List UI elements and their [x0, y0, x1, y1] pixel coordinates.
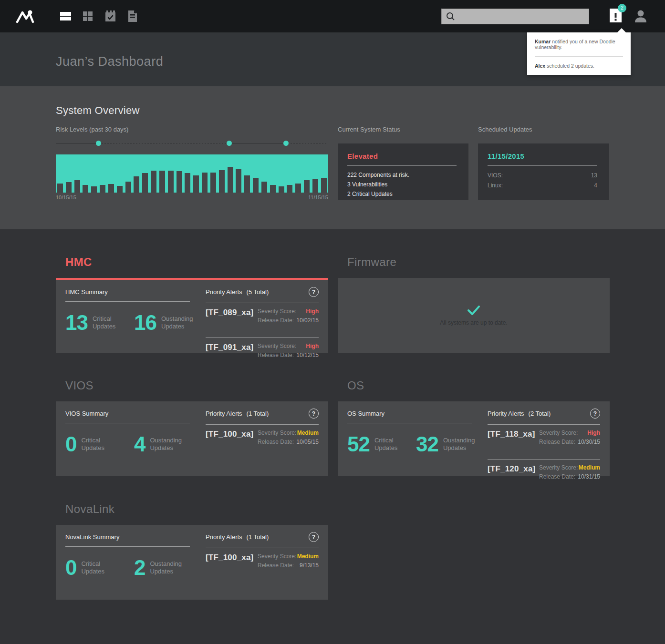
scheduled-updates-label: Scheduled Updates	[478, 126, 609, 133]
priority-alerts-title: Priority Alerts	[206, 533, 242, 541]
risk-bars-chart	[56, 154, 328, 193]
scheduled-row: Linux: 4	[488, 182, 597, 189]
risk-bar	[253, 178, 259, 193]
risk-bar	[210, 173, 216, 193]
risk-bar	[228, 167, 233, 193]
divider	[65, 301, 190, 302]
document-icon[interactable]	[126, 10, 139, 23]
timeline-marker-dot[interactable]	[96, 141, 101, 146]
novalink-summary-title: NovaLink Summary	[65, 533, 190, 541]
priority-alerts-total: (2 Total)	[529, 410, 551, 417]
help-icon[interactable]: ?	[309, 409, 319, 419]
risk-bar	[159, 171, 165, 193]
severity-value: High	[587, 429, 600, 436]
severity-value: High	[306, 308, 319, 315]
status-line: 222 Components at risk.	[347, 172, 457, 178]
chart-end-date: 11/15/15	[308, 194, 328, 200]
user-avatar-icon[interactable]	[634, 9, 648, 23]
scheduled-row-value: 13	[591, 172, 597, 179]
notification-badge: 2	[618, 4, 626, 12]
alert-name[interactable]: [TF_100_xa]	[206, 429, 253, 439]
severity-value: High	[306, 343, 319, 349]
risk-timeline	[56, 141, 328, 146]
stat-value: 52	[347, 434, 370, 455]
priority-alerts-title: Priority Alerts	[488, 410, 524, 417]
alert-name[interactable]: [TF_120_xa]	[488, 464, 535, 474]
alert-row: [TF_118_xa] Severity Score:High Release …	[488, 425, 600, 453]
vios-title: VIOS	[65, 378, 328, 393]
critical-updates-stat: 13 CriticalUpdates	[65, 312, 122, 333]
grid-icon[interactable]	[82, 10, 94, 23]
severity-value: Medium	[579, 464, 600, 471]
stat-value: 13	[65, 312, 88, 333]
timeline-marker-dot[interactable]	[227, 141, 232, 146]
search-icon	[446, 11, 456, 21]
alert-row: [TF_091_xa] Severity Score:High Release …	[206, 338, 319, 367]
divider	[65, 546, 190, 547]
chart-start-date: 10/15/15	[56, 194, 76, 200]
risk-bar	[185, 173, 190, 193]
help-icon[interactable]: ?	[309, 287, 319, 297]
alert-name[interactable]: [TF_118_xa]	[488, 429, 535, 439]
notification-item[interactable]: Alex scheduled 2 updates.	[527, 57, 631, 75]
risk-chart-column: Risk Levels (past 30 days) 10/15/15 11/1…	[56, 126, 328, 200]
os-panel: OS Summary 52 CriticalUpdates 32 Oustand…	[338, 401, 610, 476]
timeline-marker-dot[interactable]	[283, 141, 289, 146]
brand-logo-icon[interactable]	[15, 8, 36, 24]
priority-alerts-title: Priority Alerts	[206, 410, 242, 417]
status-line: 3 Vulnerabilities	[347, 181, 457, 188]
overview-title: System Overview	[56, 104, 610, 117]
outstanding-updates-stat: 16 OustandingUpdates	[134, 312, 190, 333]
status-level: Elevated	[347, 152, 457, 160]
system-overview-section: System Overview Risk Levels (past 30 day…	[0, 86, 665, 229]
os-section: OS OS Summary 52 CriticalUpdates 32 Oust…	[338, 375, 610, 476]
help-icon[interactable]: ?	[590, 409, 600, 419]
timeline-segment	[229, 143, 286, 144]
notifications-popup: Kumar notified you of a new Doodle vulne…	[527, 32, 631, 75]
priority-alerts-total: (1 Total)	[247, 533, 269, 541]
risk-bar	[74, 180, 80, 193]
release-date-value: 10/05/15	[296, 439, 319, 445]
risk-bar	[134, 176, 139, 193]
help-icon[interactable]: ?	[309, 532, 319, 542]
hmc-title: HMC	[65, 255, 328, 269]
alert-name[interactable]: [TF_089_xa]	[206, 308, 253, 317]
risk-bar	[125, 182, 131, 193]
top-navbar: 2	[0, 0, 665, 32]
severity-value: Medium	[297, 553, 319, 560]
alert-row: [TF_089_xa] Severity Score:High Release …	[206, 303, 319, 332]
notification-item[interactable]: Kumar notified you of a new Doodle vulne…	[527, 32, 631, 56]
os-title: OS	[347, 378, 610, 393]
search-input[interactable]	[441, 9, 589, 24]
risk-bar	[236, 169, 241, 193]
outstanding-updates-stat: 4 OustandingUpdates	[134, 434, 190, 455]
stat-value: 2	[134, 557, 145, 578]
release-date-value: 10/02/15	[296, 317, 319, 324]
divider	[347, 423, 472, 423]
critical-updates-stat: 0 CriticalUpdates	[65, 434, 122, 455]
vios-summary-title: VIOS Summary	[65, 410, 190, 417]
alert-name[interactable]: [TF_100_xa]	[206, 553, 253, 562]
novalink-section: NovaLink NovaLink Summary 0 CriticalUpda…	[56, 498, 328, 600]
stat-value: 4	[134, 434, 145, 455]
scheduled-row: VIOS: 13	[488, 172, 597, 179]
scheduled-updates-column: Scheduled Updates 11/15/2015 VIOS: 13 Li…	[478, 126, 609, 200]
rows-icon[interactable]	[59, 10, 72, 23]
alert-row: [TF_100_xa] Severity Score:Medium Releas…	[206, 425, 319, 453]
risk-levels-label: Risk Levels (past 30 days)	[56, 126, 328, 133]
status-line: 2 Critical Updates	[347, 191, 457, 197]
notification-text: scheduled 2 updates.	[545, 63, 594, 69]
risk-bar	[279, 186, 284, 193]
notifications-button[interactable]: 2	[609, 8, 622, 25]
firmware-status-message: All systems are up to date.	[440, 319, 507, 326]
scheduled-row-label: Linux:	[488, 182, 503, 189]
alert-name[interactable]: [TF_091_xa]	[206, 343, 253, 352]
risk-bar	[244, 175, 250, 193]
risk-bar	[270, 185, 276, 193]
firmware-panel: All systems are up to date.	[338, 278, 610, 353]
stat-value: 32	[416, 434, 438, 455]
os-summary-title: OS Summary	[347, 410, 472, 417]
risk-bar	[91, 186, 97, 193]
calendar-check-icon[interactable]	[104, 10, 116, 23]
outstanding-updates-stat: 2 OustandingUpdates	[134, 557, 190, 578]
